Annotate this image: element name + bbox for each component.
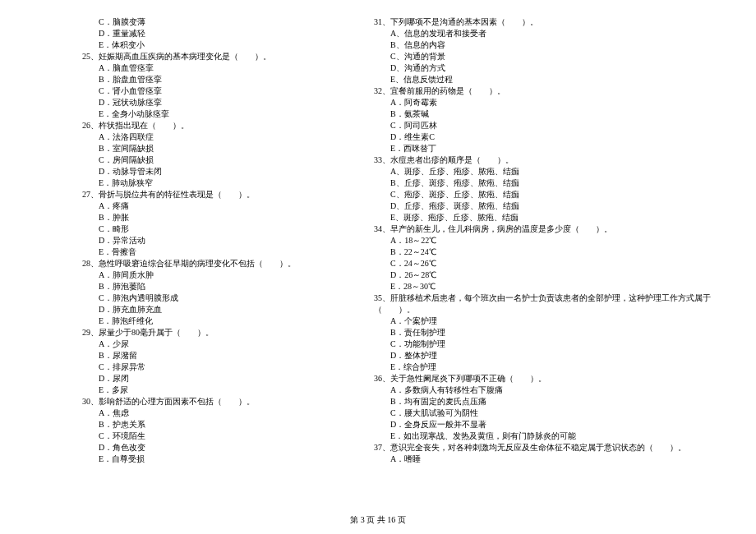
question-text: 25、妊娠期高血压疾病的基本病理变化是（ ）。 [82,51,345,62]
option-text: A．18～22℃ [390,235,711,246]
option-text: B．氨茶碱 [390,108,711,120]
option-text: E．肺动脉狭窄 [99,177,345,189]
option-text: C、疱疹、斑疹、丘疹、脓疱、结痂 [390,189,711,200]
option-text: C．阿司匹林 [390,120,711,131]
option-text: B、丘疹、斑疹、疱疹、脓疱、结痂 [390,177,711,189]
option-text: E．综合护理 [390,361,711,373]
option-text: A．少尿 [99,338,345,350]
option-text: E．如出现寒战、发热及黄疸，则有门静脉炎的可能 [390,430,711,442]
option-text: B、信息的内容 [390,39,711,51]
option-text: D、沟通的方式 [390,62,711,74]
option-text: D、丘疹、疱疹、斑疹、脓疱、结痂 [390,200,711,212]
option-text: D．26～28℃ [390,269,711,281]
option-text: D．维生素C [390,131,711,143]
option-text: C．排尿异常 [99,361,345,373]
question-text: 36、关于急性阑尾炎下列哪项不正确（ ）。 [374,373,711,384]
page-footer: 第 3 页 共 16 页 [0,514,756,526]
option-text: C．24～26℃ [390,258,711,269]
option-text: A．个案护理 [390,315,711,327]
option-text: A．疼痛 [99,200,345,212]
option-text: B．22～24℃ [390,246,711,258]
question-text: 26、杵状指出现在（ ）。 [82,120,345,131]
option-text: D．尿闭 [99,373,345,384]
option-text: C．肾小血管痉挛 [99,85,345,97]
option-text: D．异常活动 [99,235,345,246]
option-text: C．房间隔缺损 [99,154,345,166]
option-text: D．角色改变 [99,442,345,453]
question-text: 28、急性呼吸窘迫综合征早期的病理变化不包括（ ）。 [82,258,345,269]
option-text: E．肺泡纤维化 [99,315,345,327]
option-text: D．冠状动脉痉挛 [99,97,345,108]
option-text: E．西咪替丁 [390,143,711,154]
question-text: 35、肝脏移植术后患者，每个班次由一名护士负责该患者的全部护理，这种护理工作方式… [374,292,711,304]
option-text: E．体积变小 [99,39,345,51]
question-text: 34、早产的新生儿，住儿科病房，病房的温度是多少度（ ）。 [374,223,711,235]
option-text: D．动脉导管未闭 [99,166,345,177]
option-text: A．法洛四联症 [99,131,345,143]
option-text: A．多数病人有转移性右下腹痛 [390,384,711,396]
option-text: C．腰大肌试验可为阴性 [390,407,711,419]
option-text: A．嗜睡 [390,453,711,465]
right-column: 31、下列哪项不是沟通的基本因素（ ）。A、信息的发现者和接受者B、信息的内容C… [357,16,723,485]
option-text: A、斑疹、丘疹、疱疹、脓疱、结痂 [390,166,711,177]
question-text: 33、水痘患者出疹的顺序是（ ）。 [374,154,711,166]
option-text: E．多尿 [99,384,345,396]
question-text: 37、意识完全丧失，对各种刺激均无反应及生命体征不稳定属于意识状态的（ ）。 [374,442,711,453]
option-text: B．均有固定的麦氏点压痛 [390,396,711,407]
option-text: E．骨擦音 [99,246,345,258]
option-text: E．28～30℃ [390,281,711,292]
option-text: D．重量减轻 [99,28,345,39]
option-text: A．阿奇霉素 [390,97,711,108]
option-text: C．环境陌生 [99,430,345,442]
option-text: B．责任制护理 [390,327,711,338]
question-text: 29、尿量少于80毫升属于（ ）。 [82,327,345,338]
question-text: （ ）。 [374,304,711,315]
page-content: C．脑膜变薄D．重量减轻E．体积变小25、妊娠期高血压疾病的基本病理变化是（ ）… [0,0,756,509]
option-text: B．肺泡萎陷 [99,281,345,292]
option-text: B．护患关系 [99,419,345,430]
option-text: C．肺泡内透明膜形成 [99,292,345,304]
option-text: C．功能制护理 [390,338,711,350]
option-text: E．全身小动脉痉挛 [99,108,345,120]
option-text: B．室间隔缺损 [99,143,345,154]
option-text: B．尿潴留 [99,350,345,361]
question-text: 32、宜餐前服用的药物是（ ）。 [374,85,711,97]
option-text: A．焦虑 [99,407,345,419]
option-text: E．自尊受损 [99,453,345,465]
option-text: E、信息反馈过程 [390,74,711,85]
option-text: D．肺充血肺充血 [99,304,345,315]
option-text: E、斑疹、疱疹、丘疹、脓疱、结痂 [390,212,711,223]
option-text: C．畸形 [99,223,345,235]
option-text: A．脑血管痉挛 [99,62,345,74]
option-text: B．胎盘血管痉挛 [99,74,345,85]
question-text: 31、下列哪项不是沟通的基本因素（ ）。 [374,16,711,28]
left-column: C．脑膜变薄D．重量减轻E．体积变小25、妊娠期高血压疾病的基本病理变化是（ ）… [33,16,357,485]
option-text: D．整体护理 [390,350,711,361]
question-text: 27、骨折与脱位共有的特征性表现是（ ）。 [82,189,345,200]
option-text: A、信息的发现者和接受者 [390,28,711,39]
option-text: B．肿胀 [99,212,345,223]
option-text: D．全身反应一般并不显著 [390,419,711,430]
option-text: C．脑膜变薄 [99,16,345,28]
option-text: C、沟通的背景 [390,51,711,62]
question-text: 30、影响舒适的心理方面因素不包括（ ）。 [82,396,345,407]
option-text: A．肺间质水肿 [99,269,345,281]
